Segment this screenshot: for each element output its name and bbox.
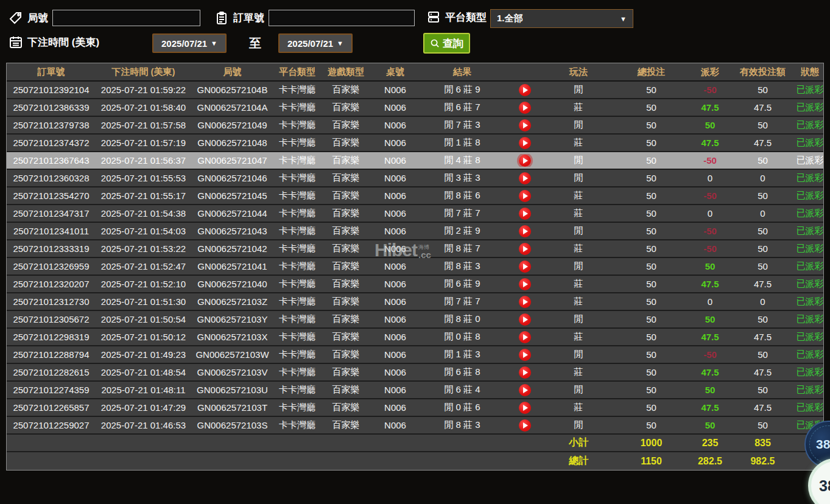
header-payout: 派彩 [690,66,730,78]
table-row[interactable]: 2507210122887942025-07-21 01:49:23GN0062… [7,346,823,364]
replay-button[interactable] [505,189,544,201]
total-bet-cell: 50 [613,173,690,183]
grand-total-payout: 282.5 [690,456,730,467]
play-icon [519,261,531,273]
replay-button[interactable] [505,260,544,272]
replay-button[interactable] [505,101,544,113]
table-row[interactable]: 2507210123127302025-07-21 01:51:30GN0062… [7,293,823,311]
replay-button[interactable] [505,242,544,254]
payout-cell: 47.5 [690,402,730,413]
table-row[interactable]: 2507210123269592025-07-21 01:52:47GN0062… [7,258,823,276]
platform-cell: 卡卡灣廳 [273,208,321,219]
date-to-picker[interactable]: 2025/07/21 ▼ [278,33,353,53]
replay-button[interactable] [505,119,544,131]
platform-cell: 卡卡灣廳 [273,119,321,131]
game-number-cell: GN0062572103S [191,420,273,430]
game-number-cell: GN00625721046 [191,173,273,183]
header-order-no: 訂單號 [7,66,96,78]
game-type-cell: 百家樂 [321,155,371,166]
table-row[interactable]: 2507210123473172025-07-21 01:54:38GN0062… [7,205,823,223]
valid-bet-cell: 50 [730,314,795,324]
table-row[interactable]: 2507210123921042025-07-21 01:59:22GN0062… [7,82,823,99]
replay-button[interactable] [505,401,544,413]
valid-bet-cell: 0 [730,173,795,183]
platform-cell: 卡卡灣廳 [273,384,321,396]
replay-button[interactable] [505,366,544,378]
bet-side-cell: 莊 [544,137,613,149]
order-number-cell: 250721012265857 [7,402,96,413]
status-cell: 已派彩 [795,278,825,290]
table-row[interactable]: 2507210123542702025-07-21 01:55:17GN0062… [7,187,823,205]
result-cell: 閒 6 莊 9 [420,84,505,96]
table-row[interactable]: 2507210123333192025-07-21 01:53:22GN0062… [7,240,823,258]
replay-button[interactable] [505,278,544,290]
table-row[interactable]: 2507210123863392025-07-21 01:58:40GN0062… [7,99,823,117]
platform-select[interactable]: 1.全部 ▼ [490,9,633,28]
play-icon [519,243,531,255]
game-type-cell: 百家樂 [321,296,371,307]
valid-bet-cell: 47.5 [730,332,795,342]
replay-button[interactable] [505,419,544,431]
status-cell: 已派彩 [795,102,825,113]
bet-time-cell: 2025-07-21 01:57:19 [96,138,191,148]
replay-button[interactable] [505,172,544,184]
date-from-picker[interactable]: 2025/07/21 ▼ [152,33,227,53]
order-number-cell: 250721012288794 [7,349,96,360]
table-row[interactable]: 2507210123056722025-07-21 01:50:54GN0062… [7,311,823,329]
table-number-cell: N006 [371,314,420,324]
bet-side-cell: 閒 [544,384,613,396]
result-cell: 閒 8 莊 6 [420,190,505,201]
table-row[interactable]: 2507210123797382025-07-21 01:57:58GN0062… [7,117,823,135]
table-row[interactable]: 2507210122658572025-07-21 01:47:29GN0062… [7,399,823,417]
replay-button[interactable] [505,207,544,219]
replay-button[interactable] [505,225,544,237]
chevron-down-icon: ▼ [337,40,343,47]
grand-total-label: 總計 [544,455,613,467]
status-cell: 已派彩 [795,208,825,219]
payout-cell: 47.5 [690,102,730,113]
game-type-cell: 百家樂 [321,102,371,113]
subtotal-label: 小計 [544,436,613,449]
table-row[interactable]: 2507210123676432025-07-21 01:56:37GN0062… [7,152,823,170]
platform-label: 平台類型 [445,10,487,24]
replay-button[interactable] [505,136,544,149]
table-row[interactable]: 2507210122743592025-07-21 01:48:11GN0062… [7,382,823,399]
game-type-cell: 百家樂 [321,261,371,272]
order-no-input[interactable] [269,10,415,26]
game-type-cell: 百家樂 [321,172,371,184]
bet-side-cell: 莊 [544,190,613,201]
platform-cell: 卡卡灣廳 [273,419,321,431]
game-no-input[interactable] [52,10,200,26]
replay-button[interactable] [505,295,544,307]
replay-button[interactable] [505,348,544,360]
table-number-cell: N006 [371,367,420,377]
table-row[interactable]: 2507210123202072025-07-21 01:52:10GN0062… [7,276,823,293]
order-number-cell: 250721012259027 [7,420,96,430]
header-platform: 平台類型 [273,66,321,78]
table-row[interactable]: 2507210122826152025-07-21 01:48:54GN0062… [7,364,823,382]
order-number-cell: 250721012305672 [7,314,96,324]
replay-button[interactable] [505,313,544,325]
tag-icon [9,11,23,26]
bet-records-table: 訂單號 下注時間 (美東) 局號 平台類型 遊戲類型 桌號 結果 玩法 總投注 … [6,63,824,471]
payout-cell: 50 [690,385,730,395]
replay-button[interactable] [505,331,544,343]
table-row[interactable]: 2507210123603282025-07-21 01:55:53GN0062… [7,170,823,187]
valid-bet-cell: 47.5 [730,402,795,413]
replay-button[interactable] [505,383,544,396]
bet-time-cell: 2025-07-21 01:55:53 [96,173,191,183]
bet-time-cell: 2025-07-21 01:59:22 [96,85,191,95]
replay-button[interactable] [505,83,544,96]
order-number-cell: 250721012326959 [7,261,96,271]
table-row[interactable]: 2507210123743722025-07-21 01:57:19GN0062… [7,135,823,152]
bet-time-cell: 2025-07-21 01:50:54 [96,314,191,324]
replay-button[interactable] [505,154,544,166]
table-number-cell: N006 [371,155,420,166]
table-number-cell: N006 [371,296,420,307]
table-row[interactable]: 2507210123410112025-07-21 01:54:03GN0062… [7,223,823,240]
query-button[interactable]: 查詢 [423,33,470,54]
table-row[interactable]: 2507210122983192025-07-21 01:50:12GN0062… [7,329,823,346]
table-row[interactable]: 2507210122590272025-07-21 01:46:53GN0062… [7,417,823,435]
result-cell: 閒 3 莊 3 [420,172,505,184]
status-cell: 已派彩 [795,402,825,413]
